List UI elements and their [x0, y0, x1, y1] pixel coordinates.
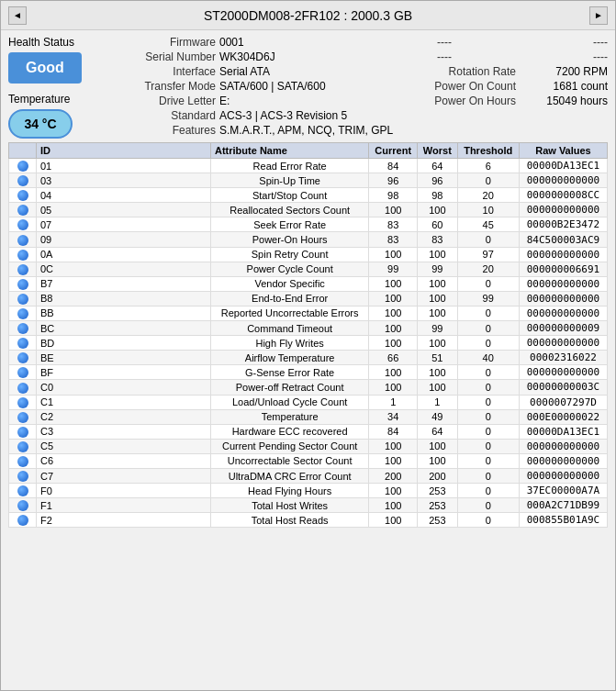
row-worst: 100: [418, 291, 457, 306]
next-button[interactable]: ►: [589, 6, 608, 25]
row-threshold: 0: [457, 232, 519, 247]
row-current: 100: [369, 291, 418, 306]
row-raw: 00000DA13EC1: [519, 424, 607, 439]
table-row: BF G-Sense Error Rate 100 100 0 00000000…: [9, 365, 608, 380]
smart-table: ID Attribute Name Current Worst Threshol…: [8, 142, 608, 528]
row-current: 1: [369, 395, 418, 409]
row-name: Start/Stop Count: [211, 188, 369, 203]
row-current: 100: [369, 498, 418, 513]
row-worst: 96: [418, 173, 457, 188]
row-current: 100: [369, 365, 418, 380]
row-icon: [9, 159, 37, 173]
row-icon: [9, 513, 37, 528]
health-badge: Good: [8, 52, 82, 84]
row-name: Vendor Specific: [211, 276, 369, 291]
row-id: C6: [37, 453, 211, 468]
row-raw: 000000000000: [519, 291, 607, 306]
row-raw: 000000000000: [519, 439, 607, 453]
row-name: End-to-End Error: [211, 291, 369, 306]
row-name: Read Error Rate: [211, 159, 369, 173]
table-row: 05 Reallocated Sectors Count 100 100 10 …: [9, 203, 608, 217]
row-current: 100: [369, 513, 418, 528]
row-id: F0: [37, 484, 211, 498]
left-panel: Health Status Good Temperature 34 °C: [8, 36, 118, 139]
transfer-label: Transfer Mode: [133, 80, 216, 93]
nav-buttons-right: ►: [589, 6, 608, 25]
row-current: 100: [369, 336, 418, 351]
row-worst: 100: [418, 203, 457, 217]
window-title: ST2000DM008-2FR102 : 2000.3 GB: [27, 8, 589, 23]
row-name: UltraDMA CRC Error Count: [211, 468, 369, 483]
row-id: 09: [37, 232, 211, 247]
row-current: 100: [369, 439, 418, 453]
nav-buttons: ◄: [8, 6, 27, 25]
row-current: 100: [369, 276, 418, 291]
firmware-value: 0001: [219, 36, 244, 49]
transfer-row: Transfer Mode SATA/600 | SATA/600: [133, 80, 409, 93]
row-threshold: 0: [457, 453, 519, 468]
table-row: C3 Hardware ECC recovered 84 64 0 00000D…: [9, 424, 608, 439]
row-current: 96: [369, 173, 418, 188]
row-icon: [9, 306, 37, 320]
row-id: C0: [37, 380, 211, 395]
transfer-value: SATA/600 | SATA/600: [219, 80, 326, 93]
row-threshold: 6: [457, 159, 519, 173]
row-id: 07: [37, 217, 211, 232]
row-icon: [9, 188, 37, 203]
row-icon: [9, 409, 37, 424]
row-raw: 000E00000022: [519, 409, 607, 424]
row-id: F1: [37, 498, 211, 513]
row-id: BE: [37, 351, 211, 365]
features-label: Features: [133, 124, 216, 137]
row-icon: [9, 173, 37, 188]
prev-button[interactable]: ◄: [8, 6, 27, 25]
row-id: C1: [37, 395, 211, 409]
row-icon: [9, 217, 37, 232]
features-value: S.M.A.R.T., APM, NCQ, TRIM, GPL: [219, 124, 393, 137]
row-threshold: 0: [457, 498, 519, 513]
col-icon: [9, 143, 37, 159]
main-window: ◄ ST2000DM008-2FR102 : 2000.3 GB ► Healt…: [0, 0, 616, 691]
row-threshold: 0: [457, 424, 519, 439]
col-id: ID: [37, 143, 211, 159]
serial-row: Serial Number WK304D6J: [133, 50, 409, 63]
row-worst: 100: [418, 453, 457, 468]
interface-label: Interface: [133, 65, 216, 78]
row-current: 83: [369, 217, 418, 232]
row-id: 0C: [37, 262, 211, 276]
center-panel: Firmware 0001 Serial Number WK304D6J Int…: [133, 36, 409, 139]
drive-value: E:: [219, 95, 230, 107]
row-id: 0A: [37, 247, 211, 262]
row-worst: 200: [418, 468, 457, 483]
row-name: Current Pending Sector Count: [211, 439, 369, 453]
row-id: 01: [37, 159, 211, 173]
row-threshold: 10: [457, 203, 519, 217]
title-bar: ◄ ST2000DM008-2FR102 : 2000.3 GB ►: [1, 1, 615, 30]
row-raw: 000000000000: [519, 468, 607, 483]
row-name: Reported Uncorrectable Errors: [211, 306, 369, 320]
row-icon: [9, 468, 37, 483]
firmware-right-row: ---- ----: [424, 36, 608, 49]
interface-row: Interface Serial ATA: [133, 65, 409, 78]
row-threshold: 0: [457, 484, 519, 498]
drive-row: Drive Letter E:: [133, 95, 409, 107]
row-worst: 100: [418, 365, 457, 380]
row-current: 100: [369, 453, 418, 468]
row-threshold: 0: [457, 409, 519, 424]
table-header-row: ID Attribute Name Current Worst Threshol…: [9, 143, 608, 159]
row-raw: 000000006691: [519, 262, 607, 276]
row-current: 34: [369, 409, 418, 424]
row-threshold: 99: [457, 291, 519, 306]
row-raw: 000855B01A9C: [519, 513, 607, 528]
row-name: Total Host Writes: [211, 498, 369, 513]
row-threshold: 0: [457, 468, 519, 483]
row-current: 100: [369, 203, 418, 217]
row-raw: 000000000000: [519, 276, 607, 291]
table-row: F0 Head Flying Hours 100 253 0 37EC00000…: [9, 484, 608, 498]
row-raw: 0000000008CC: [519, 188, 607, 203]
table-row: C5 Current Pending Sector Count 100 100 …: [9, 439, 608, 453]
row-worst: 98: [418, 188, 457, 203]
row-worst: 60: [418, 217, 457, 232]
row-name: Command Timeout: [211, 321, 369, 336]
row-threshold: 0: [457, 173, 519, 188]
